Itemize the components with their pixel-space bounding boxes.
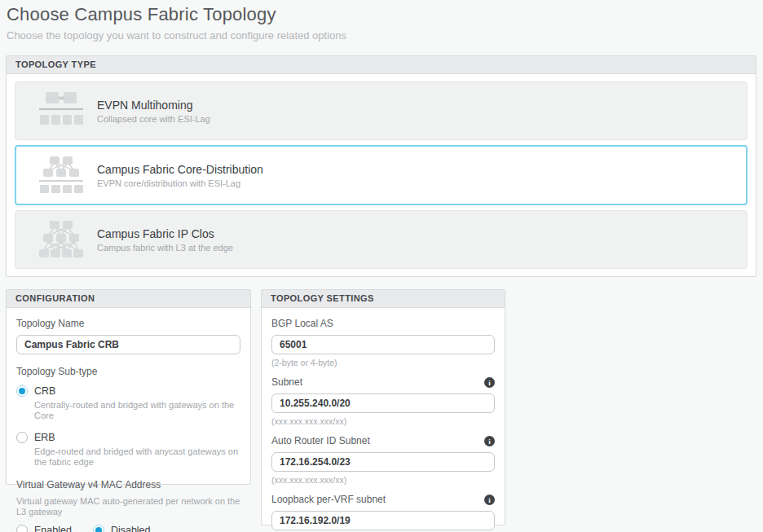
radio-disabled[interactable] [93,525,104,532]
subnet-hint: (xxx.xxx.xxx.xxx/xx) [271,416,495,426]
subnet-label: Subnet [271,376,302,389]
card-text: Campus Fabric Core-Distribution EVPN cor… [97,163,263,188]
topology-settings-panel: TOPOLOGY SETTINGS BGP Local AS (2-byte o… [261,289,505,525]
evpn-multihoming-icon [38,91,84,130]
subtype-option-erb[interactable]: ERB [16,432,240,443]
loopback-per-vrf-subnet-input[interactable] [271,511,495,530]
bgp-local-as-input[interactable] [271,335,495,354]
virtual-gateway-description: Virtual gateway MAC auto-generated per n… [16,496,240,517]
topology-type-panel: TOPOLOGY TYPE EVPN Multihoming [6,55,756,277]
subnet-input[interactable] [271,394,495,413]
radio-enabled-label: Enabled [34,525,72,532]
card-title: Campus Fabric Core-Distribution [97,163,263,176]
bgp-local-as-field: BGP Local AS (2-byte or 4-byte) [271,318,495,367]
card-title: EVPN Multihoming [97,99,210,112]
radio-crb-description: Centrally-routed and bridged with gatewa… [34,400,240,421]
radio-enabled[interactable] [16,525,28,532]
topology-settings-header: TOPOLOGY SETTINGS [262,290,505,308]
vgw-option-enabled[interactable]: Enabled [16,525,72,532]
subtype-label: Topology Sub-type [16,366,240,378]
auto-router-id-subnet-input[interactable] [271,452,495,472]
configuration-header: CONFIGURATION [7,290,250,308]
loopback-per-vrf-subnet-label: Loopback per-VRF subnet [271,494,386,506]
page-header: Choose Campus Fabric Topology Choose the… [7,4,346,42]
radio-disabled-label: Disabled [111,525,151,532]
virtual-gateway-label: Virtual Gateway v4 MAC Address [16,479,240,491]
card-core-distribution[interactable]: Campus Fabric Core-Distribution EVPN cor… [15,145,748,205]
page-title: Choose Campus Fabric Topology [7,4,346,25]
radio-crb-label: CRB [34,385,55,397]
info-icon[interactable] [484,436,495,446]
configuration-panel: CONFIGURATION Topology Name Topology Sub… [6,289,251,485]
topology-type-header: TOPOLOGY TYPE [7,56,756,74]
radio-erb-label: ERB [34,432,55,443]
info-icon[interactable] [484,377,495,388]
subtype-option-crb[interactable]: CRB [16,385,240,397]
card-title: Campus Fabric IP Clos [97,227,233,240]
card-evpn-multihoming[interactable]: EVPN Multihoming Collapsed core with ESI… [15,81,748,140]
core-distribution-icon [38,156,84,195]
card-text: EVPN Multihoming Collapsed core with ESI… [97,99,210,124]
card-subtitle: Campus fabric with L3 at the edge [97,243,233,253]
subnet-field: Subnet (xxx.xxx.xxx.xxx/xx) [271,376,495,426]
card-text: Campus Fabric IP Clos Campus fabric with… [97,227,233,253]
ip-clos-icon [38,220,84,259]
auto-router-id-subnet-label: Auto Router ID Subnet [271,435,370,447]
page-subtitle: Choose the topology you want to construc… [7,29,346,42]
card-subtitle: EVPN core/distribution with ESI-Lag [97,178,263,188]
card-subtitle: Collapsed core with ESI-Lag [97,114,210,124]
radio-erb[interactable] [16,432,28,443]
loopback-per-vrf-subnet-field: Loopback per-VRF subnet (xxx.xxx.xxx.xxx… [271,494,495,532]
bgp-local-as-label: BGP Local AS [271,318,333,330]
topology-name-input[interactable] [16,335,240,354]
auto-router-id-subnet-field: Auto Router ID Subnet (xxx.xxx.xxx.xxx/x… [271,435,495,485]
card-ip-clos[interactable]: Campus Fabric IP Clos Campus fabric with… [15,210,748,269]
vgw-option-disabled[interactable]: Disabled [93,525,151,532]
info-icon[interactable] [484,495,495,505]
auto-router-id-subnet-hint: (xxx.xxx.xxx.xxx/xx) [271,475,495,485]
bgp-local-as-hint: (2-byte or 4-byte) [271,358,495,367]
topology-name-label: Topology Name [16,318,240,330]
radio-erb-description: Edge-routed and bridged with anycast gat… [34,446,240,468]
topology-type-cards: EVPN Multihoming Collapsed core with ESI… [7,74,756,277]
radio-crb[interactable] [16,385,28,397]
